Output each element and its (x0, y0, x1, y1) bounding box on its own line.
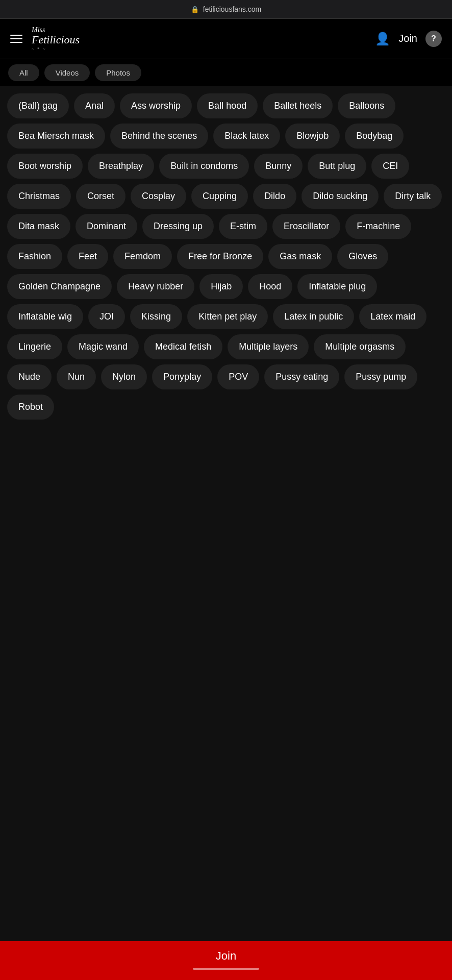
browser-bar: 🔒 fetiliciousfans.com (0, 0, 452, 19)
tag-item[interactable]: Anal (74, 93, 115, 118)
tag-item[interactable]: Built in condoms (159, 154, 249, 179)
user-icon[interactable]: 👤 (375, 32, 390, 46)
tag-item[interactable]: Dressing up (142, 214, 214, 239)
tag-item[interactable]: Hood (248, 274, 292, 299)
tag-item[interactable]: Inflatable plug (297, 274, 377, 299)
logo[interactable]: Miss Fetilicious ~ * ~ (32, 26, 80, 52)
tag-item[interactable]: Christmas (7, 184, 71, 209)
tag-item[interactable]: Free for Bronze (177, 244, 263, 269)
tag-item[interactable]: Nude (7, 364, 52, 389)
tag-item[interactable]: Butt plug (308, 154, 366, 179)
tag-item[interactable]: Magic wand (67, 334, 139, 359)
filter-tab[interactable]: Photos (95, 64, 141, 81)
tag-item[interactable]: Feet (67, 244, 108, 269)
join-button-header[interactable]: Join (398, 33, 417, 44)
tag-item[interactable]: Dita mask (7, 214, 70, 239)
header: Miss Fetilicious ~ * ~ 👤 Join ? (0, 19, 452, 59)
tag-item[interactable]: Hijab (199, 274, 243, 299)
tag-item[interactable]: POV (217, 364, 259, 389)
tag-item[interactable]: (Ball) gag (7, 93, 69, 118)
filter-tab[interactable]: Videos (44, 64, 90, 81)
filter-tab[interactable]: All (8, 64, 39, 81)
tag-item[interactable]: Kissing (130, 304, 182, 329)
tag-item[interactable]: Pussy eating (264, 364, 339, 389)
tag-item[interactable]: Gas mask (268, 244, 332, 269)
tag-item[interactable]: Golden Champagne (7, 274, 112, 299)
tag-item[interactable]: Cosplay (131, 184, 186, 209)
tag-item[interactable]: Balloons (338, 93, 395, 118)
bottom-indicator (193, 968, 259, 970)
hamburger-menu[interactable] (10, 35, 22, 43)
tag-item[interactable]: Bunny (254, 154, 303, 179)
logo-underline: ~ * ~ (32, 46, 46, 52)
tag-item[interactable]: Robot (7, 395, 54, 420)
bottom-join-bar[interactable]: Join (0, 941, 452, 980)
tag-item[interactable]: Bea Miersch mask (7, 124, 105, 149)
tag-item[interactable]: Kitten pet play (187, 304, 268, 329)
tag-item[interactable]: Medical fetish (144, 334, 222, 359)
tag-item[interactable]: Gloves (337, 244, 388, 269)
help-icon[interactable]: ? (425, 31, 442, 47)
tag-item[interactable]: Dildo sucking (302, 184, 379, 209)
tag-item[interactable]: Latex maid (359, 304, 426, 329)
tag-item[interactable]: Dirty talk (384, 184, 442, 209)
tag-item[interactable]: Black latex (213, 124, 280, 149)
tag-item[interactable]: Pussy pump (344, 364, 417, 389)
tags-container: (Ball) gagAnalAss worshipBall hoodBallet… (0, 86, 452, 471)
tag-item[interactable]: Eroscillator (272, 214, 340, 239)
tag-item[interactable]: Dominant (76, 214, 137, 239)
header-left: Miss Fetilicious ~ * ~ (10, 26, 80, 52)
tag-item[interactable]: Fashion (7, 244, 62, 269)
tag-item[interactable]: Ponyplay (152, 364, 212, 389)
tag-item[interactable]: Cupping (191, 184, 248, 209)
tag-item[interactable]: Blowjob (285, 124, 340, 149)
tag-item[interactable]: Ass worship (120, 93, 192, 118)
tag-item[interactable]: Multiple layers (228, 334, 309, 359)
tag-item[interactable]: Heavy rubber (117, 274, 194, 299)
filter-tabs-row: AllVideosPhotos (0, 59, 452, 86)
tag-item[interactable]: Latex in public (273, 304, 354, 329)
tag-item[interactable]: Ballet heels (263, 93, 333, 118)
tag-item[interactable]: Bodybag (345, 124, 404, 149)
tag-item[interactable]: Lingerie (7, 334, 62, 359)
tag-item[interactable]: Corset (76, 184, 125, 209)
tag-item[interactable]: Ball hood (197, 93, 258, 118)
tag-item[interactable]: Nun (57, 364, 96, 389)
bottom-join-label[interactable]: Join (216, 949, 236, 963)
browser-url: fetiliciousfans.com (203, 5, 261, 13)
tag-item[interactable]: E-stim (219, 214, 267, 239)
logo-text: Miss Fetilicious (32, 26, 80, 46)
tag-item[interactable]: JOI (88, 304, 125, 329)
tag-item[interactable]: CEI (371, 154, 409, 179)
tag-item[interactable]: Multiple orgasms (314, 334, 406, 359)
tag-item[interactable]: Femdom (113, 244, 172, 269)
lock-icon: 🔒 (191, 6, 199, 13)
tag-item[interactable]: Breathplay (88, 154, 154, 179)
tag-item[interactable]: Inflatable wig (7, 304, 83, 329)
tag-item[interactable]: Nylon (101, 364, 147, 389)
tag-item[interactable]: F-machine (345, 214, 411, 239)
header-right: 👤 Join ? (375, 31, 442, 47)
tag-item[interactable]: Behind the scenes (110, 124, 208, 149)
tag-item[interactable]: Dildo (253, 184, 296, 209)
tag-item[interactable]: Boot worship (7, 154, 83, 179)
